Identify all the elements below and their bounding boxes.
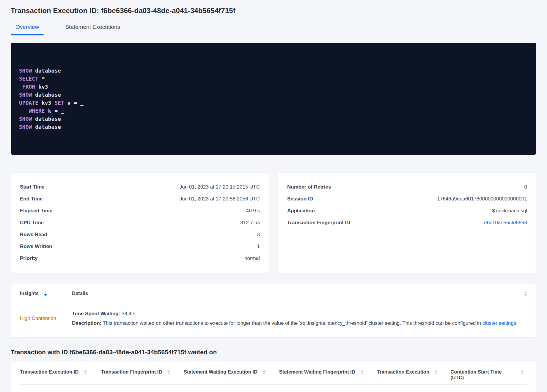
rows-read-value: 3	[257, 232, 260, 238]
column-header-stmt-waiting-execution-id[interactable]: Statement Waiting Execution ID	[184, 369, 279, 375]
sort-up-icon	[361, 370, 364, 372]
description-line: Description: This transaction waited on …	[72, 319, 527, 327]
kv-row-priority: Priority normal	[20, 253, 260, 264]
sort-up-icon	[435, 370, 438, 372]
session-card: Number of Retries 0 Session ID 17648a9ee…	[278, 173, 536, 273]
sort-up-icon	[524, 291, 527, 293]
txn-fingerprint-link[interactable]: ebc10ae56cfd88a8	[484, 220, 527, 226]
column-label: Statement Waiting Fingerprint ID	[279, 369, 355, 375]
column-label: Statement Waiting Execution ID	[184, 369, 257, 375]
end-time-value: Jun 01, 2023 at 17:20:56:2056 UTC	[180, 196, 260, 202]
rows-written-value: 1	[257, 244, 260, 250]
sort-icon[interactable]	[524, 291, 527, 296]
kv-row-start-time: Start Time Jun 01, 2023 at 17:20:15:2015…	[20, 181, 260, 193]
column-header-stmt-waiting-fingerprint-id[interactable]: Statement Waiting Fingerprint ID	[279, 369, 377, 375]
kv-row-rows-read: Rows Read 3	[20, 229, 260, 241]
elapsed-time-label: Elapsed Time	[20, 208, 52, 214]
sort-icon[interactable]	[361, 370, 364, 374]
column-label: Transaction Execution	[377, 369, 429, 375]
time-spent-waiting-line: Time Spent Waiting: 34.4 s	[72, 310, 527, 318]
insights-table-header: Insights Details	[20, 291, 527, 302]
kv-row-elapsed-time: Elapsed Time 40.9 s	[20, 205, 260, 217]
details-column-header[interactable]: Details	[72, 291, 88, 298]
column-header-contention-start[interactable]: Contention Start Time (UTC)	[450, 369, 527, 380]
sort-up-icon	[263, 370, 266, 372]
sort-up-icon	[84, 370, 87, 372]
insights-column-label: Insights	[20, 291, 39, 298]
session-id-label: Session ID	[287, 196, 313, 202]
start-time-value: Jun 01, 2023 at 17:20:15:2015 UTC	[180, 184, 260, 190]
waited-on-table-header: Transaction Execution ID Transaction Fin…	[20, 369, 527, 385]
cpu-time-value: 312.7 µs	[240, 220, 260, 226]
sort-down-icon	[435, 373, 438, 374]
insight-type-badge: High Contention	[20, 316, 72, 322]
kv-row-txn-fingerprint: Transaction Fingerprint ID ebc10ae56cfd8…	[287, 217, 527, 229]
insights-column-header[interactable]: Insights	[20, 291, 72, 298]
transaction-details-page: Transaction Execution ID: f6be6366-da03-…	[0, 0, 547, 392]
column-label: Transaction Fingerprint ID	[101, 369, 162, 375]
rows-read-label: Rows Read	[20, 232, 47, 238]
cluster-settings-link[interactable]: cluster settings	[482, 320, 516, 326]
details-column-label: Details	[72, 291, 88, 298]
retries-value: 0	[524, 184, 527, 190]
sort-down-icon	[263, 373, 266, 374]
table-row: 9738d051-bc0e-4158-a9b4-1903586ddd42 ebc…	[20, 385, 527, 392]
sort-icon[interactable]	[84, 370, 87, 374]
sort-icon[interactable]	[435, 370, 438, 374]
sort-down-icon	[44, 294, 47, 296]
page-title: Transaction Execution ID: f6be6366-da03-…	[11, 7, 536, 15]
retries-label: Number of Retries	[287, 184, 331, 190]
insight-row: High Contention Time Spent Waiting: 34.4…	[20, 302, 527, 336]
kv-row-retries: Number of Retries 0	[287, 181, 527, 193]
elapsed-time-value: 40.9 s	[246, 208, 260, 214]
sort-down-icon	[167, 373, 170, 374]
sql-statements-box: SHOW databaseSELECT * FROM kv3SHOW datab…	[11, 43, 536, 155]
detail-cards: Start Time Jun 01, 2023 at 17:20:15:2015…	[11, 173, 536, 273]
insight-details-cell: Time Spent Waiting: 34.4 s Description: …	[72, 310, 527, 327]
description-period: .	[516, 320, 518, 326]
start-time-label: Start Time	[20, 184, 45, 190]
sort-up-icon	[521, 370, 524, 372]
kv-row-session-id: Session ID 17648a9eea6017800000000000000…	[287, 193, 527, 205]
kv-row-cpu-time: CPU Time 312.7 µs	[20, 217, 260, 229]
tab-bar: Overview Statement Executions	[11, 24, 536, 35]
kv-row-application: Application $ cockroach sql	[287, 205, 527, 217]
tab-overview-label: Overview	[15, 24, 39, 30]
tab-statement-executions[interactable]: Statement Executions	[60, 24, 125, 35]
rows-written-label: Rows Written	[20, 244, 52, 250]
sql-code: SHOW databaseSELECT * FROM kv3SHOW datab…	[19, 67, 528, 131]
sort-down-icon	[84, 373, 87, 374]
session-id-value: 17648a9eea6017800000000000000001	[437, 196, 527, 202]
sort-down-icon	[361, 373, 364, 374]
priority-label: Priority	[20, 255, 38, 261]
sort-down-icon	[521, 373, 524, 374]
end-time-label: End Time	[20, 196, 43, 202]
column-label: Transaction Execution ID	[20, 369, 78, 375]
column-header-txn-execution[interactable]: Transaction Execution	[377, 369, 450, 375]
description-text: This transaction waited on other transac…	[101, 320, 482, 326]
sort-up-icon	[44, 291, 47, 293]
sort-down-icon	[524, 294, 527, 296]
sort-icon[interactable]	[263, 370, 266, 374]
timing-card: Start Time Jun 01, 2023 at 17:20:15:2015…	[11, 173, 269, 273]
time-spent-waiting-value: 34.4 s	[120, 311, 135, 316]
tab-overview[interactable]: Overview	[11, 24, 44, 35]
waited-on-table-card: Transaction Execution ID Transaction Fin…	[11, 362, 536, 392]
application-label: Application	[287, 208, 315, 214]
application-value: $ cockroach sql	[492, 208, 527, 214]
time-spent-waiting-label: Time Spent Waiting:	[72, 311, 120, 316]
sort-up-icon	[167, 370, 170, 372]
sort-icon[interactable]	[167, 370, 170, 374]
kv-row-rows-written: Rows Written 1	[20, 241, 260, 253]
insights-table-card: Insights Details High Contention Time Sp…	[11, 283, 536, 337]
priority-value: normal	[244, 255, 260, 261]
sort-icon[interactable]	[521, 370, 524, 374]
waited-on-section-title: Transaction with ID f6be6366-da03-48de-a…	[11, 349, 536, 356]
description-label: Description:	[72, 320, 101, 326]
column-header-txn-fingerprint-id[interactable]: Transaction Fingerprint ID	[101, 369, 184, 375]
column-label: Contention Start Time (UTC)	[450, 369, 515, 380]
sort-icon[interactable]	[44, 291, 47, 296]
txn-fingerprint-label: Transaction Fingerprint ID	[287, 220, 350, 226]
cpu-time-label: CPU Time	[20, 220, 44, 226]
column-header-txn-execution-id[interactable]: Transaction Execution ID	[20, 369, 101, 375]
